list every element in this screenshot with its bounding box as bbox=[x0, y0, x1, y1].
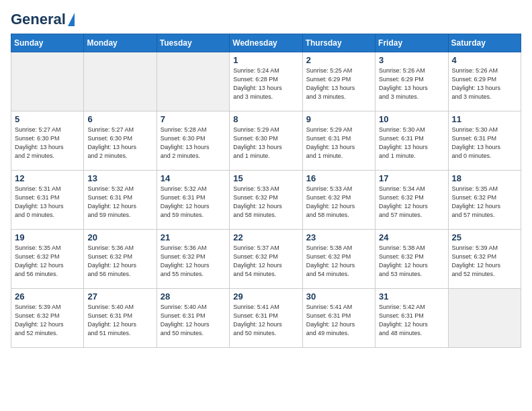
day-cell: 10Sunrise: 5:30 AM Sunset: 6:31 PM Dayli… bbox=[375, 111, 448, 171]
logo-triangle bbox=[68, 13, 75, 26]
day-info: Sunrise: 5:30 AM Sunset: 6:31 PM Dayligh… bbox=[379, 126, 444, 161]
day-cell: 18Sunrise: 5:35 AM Sunset: 6:32 PM Dayli… bbox=[448, 171, 521, 230]
day-info: Sunrise: 5:34 AM Sunset: 6:32 PM Dayligh… bbox=[379, 185, 444, 220]
day-cell: 8Sunrise: 5:29 AM Sunset: 6:30 PM Daylig… bbox=[230, 111, 302, 171]
day-info: Sunrise: 5:39 AM Sunset: 6:32 PM Dayligh… bbox=[15, 303, 80, 338]
day-number: 1 bbox=[233, 55, 298, 65]
day-cell bbox=[84, 52, 157, 111]
day-cell: 19Sunrise: 5:35 AM Sunset: 6:32 PM Dayli… bbox=[11, 230, 84, 289]
day-cell: 22Sunrise: 5:37 AM Sunset: 6:32 PM Dayli… bbox=[230, 230, 302, 289]
column-header-sunday: Sunday bbox=[11, 34, 84, 52]
day-number: 19 bbox=[15, 232, 80, 242]
column-header-tuesday: Tuesday bbox=[157, 34, 229, 52]
day-info: Sunrise: 5:29 AM Sunset: 6:30 PM Dayligh… bbox=[233, 126, 298, 161]
day-cell: 30Sunrise: 5:41 AM Sunset: 6:31 PM Dayli… bbox=[302, 289, 375, 348]
day-info: Sunrise: 5:39 AM Sunset: 6:32 PM Dayligh… bbox=[452, 244, 517, 279]
column-header-friday: Friday bbox=[375, 34, 448, 52]
day-number: 22 bbox=[233, 232, 298, 242]
day-cell: 29Sunrise: 5:41 AM Sunset: 6:31 PM Dayli… bbox=[230, 289, 302, 348]
day-info: Sunrise: 5:35 AM Sunset: 6:32 PM Dayligh… bbox=[452, 185, 517, 220]
day-info: Sunrise: 5:37 AM Sunset: 6:32 PM Dayligh… bbox=[233, 244, 298, 279]
day-number: 12 bbox=[15, 173, 80, 183]
week-row-4: 19Sunrise: 5:35 AM Sunset: 6:32 PM Dayli… bbox=[11, 230, 521, 289]
day-info: Sunrise: 5:32 AM Sunset: 6:31 PM Dayligh… bbox=[161, 185, 226, 220]
day-number: 27 bbox=[87, 291, 152, 302]
day-number: 6 bbox=[87, 114, 152, 124]
day-cell: 9Sunrise: 5:29 AM Sunset: 6:31 PM Daylig… bbox=[302, 111, 375, 171]
day-info: Sunrise: 5:25 AM Sunset: 6:29 PM Dayligh… bbox=[306, 66, 371, 101]
day-info: Sunrise: 5:32 AM Sunset: 6:31 PM Dayligh… bbox=[87, 185, 152, 220]
day-cell: 15Sunrise: 5:33 AM Sunset: 6:32 PM Dayli… bbox=[230, 171, 302, 230]
day-info: Sunrise: 5:28 AM Sunset: 6:30 PM Dayligh… bbox=[161, 126, 226, 161]
day-number: 20 bbox=[87, 232, 152, 242]
day-number: 15 bbox=[233, 173, 298, 183]
day-number: 18 bbox=[452, 173, 517, 183]
day-cell: 4Sunrise: 5:26 AM Sunset: 6:29 PM Daylig… bbox=[448, 52, 521, 111]
day-cell: 3Sunrise: 5:26 AM Sunset: 6:29 PM Daylig… bbox=[375, 52, 448, 111]
day-info: Sunrise: 5:41 AM Sunset: 6:31 PM Dayligh… bbox=[233, 303, 298, 338]
day-number: 28 bbox=[161, 291, 226, 302]
day-number: 26 bbox=[15, 291, 80, 302]
day-cell: 25Sunrise: 5:39 AM Sunset: 6:32 PM Dayli… bbox=[448, 230, 521, 289]
day-info: Sunrise: 5:33 AM Sunset: 6:32 PM Dayligh… bbox=[233, 185, 298, 220]
header-row: General bbox=[11, 11, 521, 28]
day-cell: 1Sunrise: 5:24 AM Sunset: 6:28 PM Daylig… bbox=[230, 52, 302, 111]
day-info: Sunrise: 5:33 AM Sunset: 6:32 PM Dayligh… bbox=[306, 185, 371, 220]
week-row-2: 5Sunrise: 5:27 AM Sunset: 6:30 PM Daylig… bbox=[11, 111, 521, 171]
day-number: 9 bbox=[306, 114, 371, 124]
day-info: Sunrise: 5:38 AM Sunset: 6:32 PM Dayligh… bbox=[379, 244, 444, 279]
day-cell: 26Sunrise: 5:39 AM Sunset: 6:32 PM Dayli… bbox=[11, 289, 84, 348]
day-cell: 14Sunrise: 5:32 AM Sunset: 6:31 PM Dayli… bbox=[157, 171, 229, 230]
day-info: Sunrise: 5:36 AM Sunset: 6:32 PM Dayligh… bbox=[161, 244, 226, 279]
day-cell: 5Sunrise: 5:27 AM Sunset: 6:30 PM Daylig… bbox=[11, 111, 84, 171]
day-info: Sunrise: 5:31 AM Sunset: 6:31 PM Dayligh… bbox=[15, 185, 80, 220]
day-cell: 28Sunrise: 5:40 AM Sunset: 6:31 PM Dayli… bbox=[157, 289, 229, 348]
day-info: Sunrise: 5:38 AM Sunset: 6:32 PM Dayligh… bbox=[306, 244, 371, 279]
day-cell bbox=[157, 52, 229, 111]
day-info: Sunrise: 5:29 AM Sunset: 6:31 PM Dayligh… bbox=[306, 126, 371, 161]
header-row-days: SundayMondayTuesdayWednesdayThursdayFrid… bbox=[11, 34, 521, 52]
day-info: Sunrise: 5:30 AM Sunset: 6:31 PM Dayligh… bbox=[452, 126, 517, 161]
day-number: 29 bbox=[233, 291, 298, 302]
day-info: Sunrise: 5:24 AM Sunset: 6:28 PM Dayligh… bbox=[233, 66, 298, 101]
day-cell: 31Sunrise: 5:42 AM Sunset: 6:31 PM Dayli… bbox=[375, 289, 448, 348]
day-number: 24 bbox=[379, 232, 444, 242]
day-cell: 23Sunrise: 5:38 AM Sunset: 6:32 PM Dayli… bbox=[302, 230, 375, 289]
day-cell: 11Sunrise: 5:30 AM Sunset: 6:31 PM Dayli… bbox=[448, 111, 521, 171]
day-number: 17 bbox=[379, 173, 444, 183]
day-number: 3 bbox=[379, 55, 444, 65]
day-cell: 7Sunrise: 5:28 AM Sunset: 6:30 PM Daylig… bbox=[157, 111, 229, 171]
day-info: Sunrise: 5:26 AM Sunset: 6:29 PM Dayligh… bbox=[379, 66, 444, 101]
day-number: 10 bbox=[379, 114, 444, 124]
column-header-thursday: Thursday bbox=[302, 34, 375, 52]
column-header-wednesday: Wednesday bbox=[230, 34, 302, 52]
week-row-5: 26Sunrise: 5:39 AM Sunset: 6:32 PM Dayli… bbox=[11, 289, 521, 348]
calendar-container: General SundayMondayTuesdayWednesdayThur… bbox=[0, 0, 532, 355]
day-number: 21 bbox=[161, 232, 226, 242]
day-cell: 16Sunrise: 5:33 AM Sunset: 6:32 PM Dayli… bbox=[302, 171, 375, 230]
day-cell: 17Sunrise: 5:34 AM Sunset: 6:32 PM Dayli… bbox=[375, 171, 448, 230]
day-cell: 24Sunrise: 5:38 AM Sunset: 6:32 PM Dayli… bbox=[375, 230, 448, 289]
logo-line: General bbox=[11, 11, 75, 28]
day-number: 5 bbox=[15, 114, 80, 124]
day-info: Sunrise: 5:42 AM Sunset: 6:31 PM Dayligh… bbox=[379, 303, 444, 338]
day-info: Sunrise: 5:41 AM Sunset: 6:31 PM Dayligh… bbox=[306, 303, 371, 338]
day-cell bbox=[448, 289, 521, 348]
day-number: 8 bbox=[233, 114, 298, 124]
day-number: 4 bbox=[452, 55, 517, 65]
day-number: 23 bbox=[306, 232, 371, 242]
day-number: 11 bbox=[452, 114, 517, 124]
week-row-3: 12Sunrise: 5:31 AM Sunset: 6:31 PM Dayli… bbox=[11, 171, 521, 230]
day-cell bbox=[11, 52, 84, 111]
day-number: 14 bbox=[161, 173, 226, 183]
logo-text-general: General bbox=[11, 11, 66, 28]
day-info: Sunrise: 5:40 AM Sunset: 6:31 PM Dayligh… bbox=[161, 303, 226, 338]
day-info: Sunrise: 5:40 AM Sunset: 6:31 PM Dayligh… bbox=[87, 303, 152, 338]
calendar-header: SundayMondayTuesdayWednesdayThursdayFrid… bbox=[11, 34, 521, 52]
day-cell: 6Sunrise: 5:27 AM Sunset: 6:30 PM Daylig… bbox=[84, 111, 157, 171]
day-number: 7 bbox=[161, 114, 226, 124]
day-number: 31 bbox=[379, 291, 444, 302]
calendar-body: 1Sunrise: 5:24 AM Sunset: 6:28 PM Daylig… bbox=[11, 52, 521, 348]
week-row-1: 1Sunrise: 5:24 AM Sunset: 6:28 PM Daylig… bbox=[11, 52, 521, 111]
day-cell: 20Sunrise: 5:36 AM Sunset: 6:32 PM Dayli… bbox=[84, 230, 157, 289]
